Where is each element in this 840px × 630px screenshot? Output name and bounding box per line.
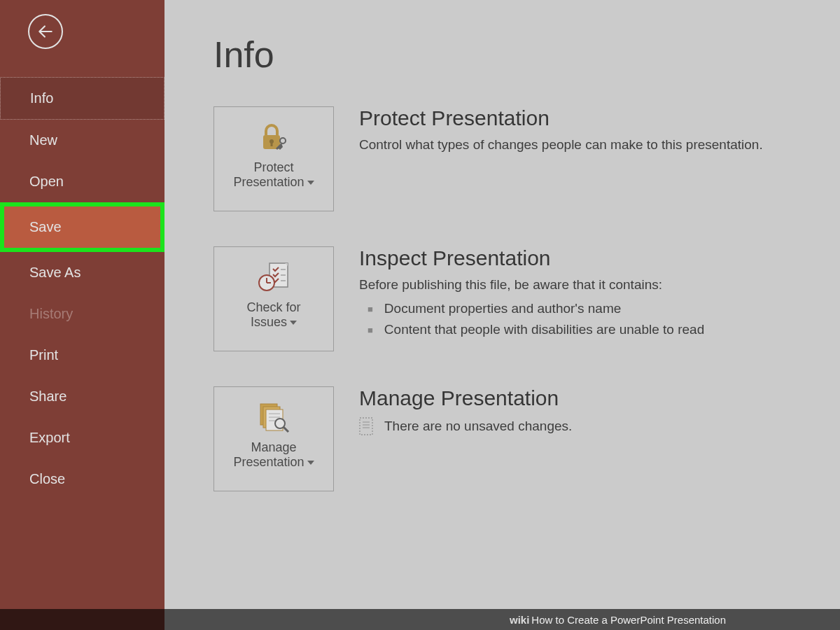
- svg-point-3: [280, 138, 286, 144]
- check-for-issues-button[interactable]: Check for Issues: [214, 246, 334, 351]
- protect-heading: Protect Presentation: [359, 106, 819, 130]
- sidebar-item-open[interactable]: Open: [0, 161, 164, 202]
- chevron-down-icon: [307, 181, 314, 185]
- sidebar-item-label: Save As: [29, 265, 80, 280]
- manage-presentation-button[interactable]: Manage Presentation: [214, 386, 334, 491]
- section-manage: Manage Presentation Manage Presentation …: [214, 386, 819, 491]
- caption-footer: wiki How to Create a PowerPoint Presenta…: [0, 609, 840, 630]
- sidebar-item-close[interactable]: Close: [0, 458, 164, 500]
- svg-point-18: [275, 419, 285, 428]
- manage-heading: Manage Presentation: [359, 386, 819, 410]
- back-button[interactable]: [28, 14, 63, 49]
- inspect-desc: Before publishing this file, be aware th…: [359, 277, 819, 293]
- sidebar-item-history: History: [0, 293, 164, 335]
- sidebar-item-info[interactable]: Info: [0, 77, 164, 120]
- chevron-down-icon: [307, 461, 314, 465]
- chevron-down-icon: [290, 321, 297, 325]
- sidebar-item-new[interactable]: New: [0, 120, 164, 161]
- sidebar-item-save[interactable]: Save: [0, 202, 164, 252]
- manage-desc: There are no unsaved changes.: [384, 419, 572, 434]
- manage-status-row: There are no unsaved changes.: [359, 417, 819, 435]
- sidebar-item-label: Save: [29, 219, 62, 234]
- inspect-heading: Inspect Presentation: [359, 246, 819, 270]
- sidebar-item-export[interactable]: Export: [0, 417, 164, 458]
- sidebar-item-label: History: [29, 306, 73, 321]
- documents-magnify-icon: [255, 397, 293, 438]
- svg-line-19: [284, 427, 288, 432]
- checklist-clock-icon: [255, 257, 292, 298]
- list-item: Document properties and author's name: [368, 298, 819, 319]
- inspect-body: Inspect Presentation Before publishing t…: [359, 246, 819, 340]
- sidebar-item-save-as[interactable]: Save As: [0, 252, 164, 293]
- lock-key-icon: [256, 117, 291, 158]
- inspect-bullet-list: Document properties and author's name Co…: [359, 298, 819, 340]
- sidebar-item-share[interactable]: Share: [0, 376, 164, 417]
- tile-label: Check for Issues: [246, 300, 300, 330]
- protect-body: Protect Presentation Control what types …: [359, 106, 819, 158]
- sidebar-item-label: New: [29, 132, 57, 148]
- sidebar-item-label: Info: [30, 90, 53, 106]
- footer-text: How to Create a PowerPoint Presentation: [531, 614, 726, 626]
- list-item: Content that people with disabilities ar…: [368, 319, 819, 340]
- sidebar-item-label: Close: [29, 471, 65, 486]
- manage-body: Manage Presentation There are no unsaved…: [359, 386, 819, 435]
- sidebar-item-label: Share: [29, 388, 66, 404]
- document-icon: [359, 417, 374, 435]
- arrow-left-icon: [36, 22, 55, 41]
- protect-presentation-button[interactable]: Protect Presentation: [214, 106, 334, 211]
- protect-desc: Control what types of changes people can…: [359, 137, 819, 153]
- sidebar-item-print[interactable]: Print: [0, 335, 164, 376]
- backstage-sidebar: Info New Open Save Save As History Print…: [0, 0, 164, 630]
- footer-prefix: wiki: [510, 614, 529, 626]
- page-title: Info: [214, 34, 819, 76]
- svg-rect-2: [271, 142, 273, 146]
- tile-label: Manage Presentation: [233, 440, 314, 470]
- main-pane: Info Protect Presentation: [164, 0, 840, 630]
- sidebar-item-label: Export: [29, 430, 70, 445]
- section-inspect: Check for Issues Inspect Presentation Be…: [214, 246, 819, 351]
- tile-label: Protect Presentation: [233, 160, 314, 190]
- sidebar-item-label: Print: [29, 347, 58, 363]
- sidebar-item-label: Open: [29, 174, 64, 189]
- svg-rect-20: [360, 418, 372, 435]
- app-root: Info New Open Save Save As History Print…: [0, 0, 840, 630]
- section-protect: Protect Presentation Protect Presentatio…: [214, 106, 819, 211]
